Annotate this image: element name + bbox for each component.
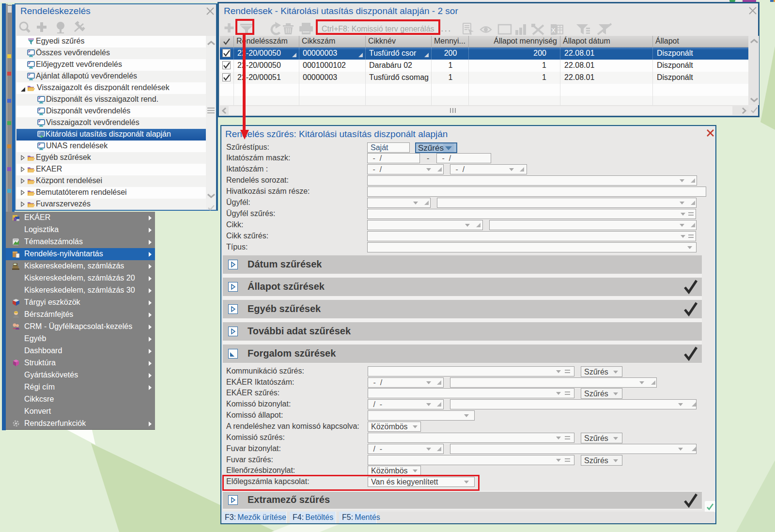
svg-text:X: X bbox=[551, 27, 556, 34]
